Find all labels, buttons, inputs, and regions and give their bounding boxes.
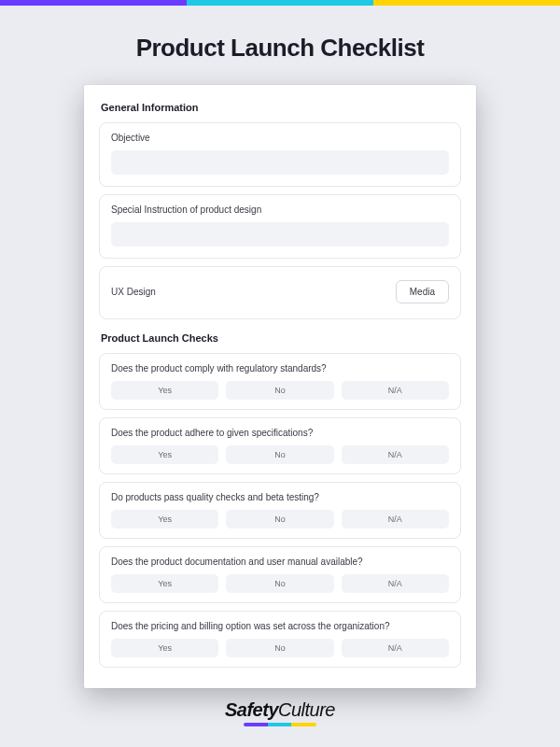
question-text: Does the product documentation and user … [111, 557, 449, 567]
answer-no[interactable]: No [226, 381, 333, 400]
answer-na[interactable]: N/A [342, 510, 449, 529]
brand-part-2: Culture [278, 699, 335, 720]
answer-na[interactable]: N/A [342, 639, 449, 657]
brand-footer: SafetyCulture [0, 699, 560, 726]
stripe-cyan [187, 0, 373, 6]
question-text: Does the product adhere to given specifi… [111, 428, 449, 438]
answer-row: Yes No N/A [111, 510, 449, 529]
brand-part-1: Safety [225, 699, 278, 720]
answer-no[interactable]: No [226, 639, 333, 657]
question-text: Does the product comply with regulatory … [111, 363, 449, 374]
answer-no[interactable]: No [226, 574, 333, 593]
answer-yes[interactable]: Yes [111, 639, 218, 657]
answer-yes[interactable]: Yes [111, 381, 218, 400]
field-card-objective: Objective [99, 122, 461, 187]
field-label-ux-design: UX Design [111, 287, 156, 297]
brand-logo-text: SafetyCulture [225, 699, 335, 721]
answer-no[interactable]: No [226, 445, 333, 464]
question-card-1: Does the product adhere to given specifi… [99, 417, 461, 474]
answer-yes[interactable]: Yes [111, 574, 218, 593]
question-card-4: Does the pricing and billing option was … [99, 611, 461, 668]
answer-yes[interactable]: Yes [111, 510, 218, 529]
question-card-0: Does the product comply with regulatory … [99, 353, 461, 410]
answer-na[interactable]: N/A [342, 574, 449, 593]
stripe-purple [0, 0, 187, 6]
checklist-sheet: General Information Objective Special In… [84, 85, 476, 688]
question-text: Does the pricing and billing option was … [111, 621, 449, 631]
field-card-special-instruction: Special Instruction of product design [99, 194, 461, 259]
field-label-objective: Objective [111, 133, 449, 143]
answer-row: Yes No N/A [111, 574, 449, 593]
answer-row: Yes No N/A [111, 381, 449, 400]
field-label-special-instruction: Special Instruction of product design [111, 204, 449, 215]
question-card-3: Does the product documentation and user … [99, 546, 461, 603]
answer-no[interactable]: No [226, 510, 333, 529]
brand-underline-icon [244, 723, 316, 726]
section-heading-checks: Product Launch Checks [101, 332, 459, 344]
brand-top-stripe [0, 0, 560, 6]
special-instruction-input[interactable] [111, 222, 449, 247]
section-heading-general: General Information [101, 102, 459, 113]
answer-row: Yes No N/A [111, 639, 449, 657]
answer-yes[interactable]: Yes [111, 445, 218, 464]
media-button[interactable]: Media [396, 280, 449, 303]
question-text: Do products pass quality checks and beta… [111, 492, 449, 502]
answer-na[interactable]: N/A [342, 381, 449, 400]
field-card-ux-design: UX Design Media [99, 266, 461, 319]
answer-na[interactable]: N/A [342, 445, 449, 464]
answer-row: Yes No N/A [111, 445, 449, 464]
page-title: Product Launch Checklist [0, 34, 560, 63]
objective-input[interactable] [111, 150, 449, 175]
stripe-yellow [373, 0, 560, 6]
question-card-2: Do products pass quality checks and beta… [99, 482, 461, 539]
